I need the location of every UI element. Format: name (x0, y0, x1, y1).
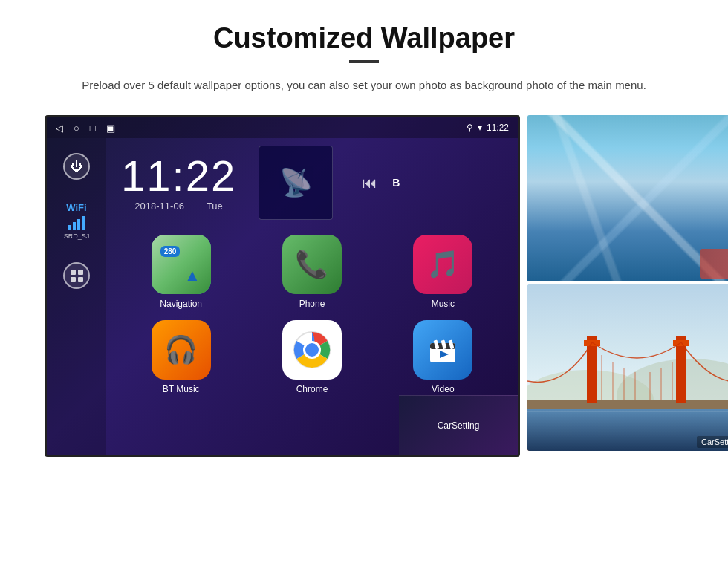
page-title: Customized Wallpaper (45, 22, 683, 54)
svg-rect-21 (587, 336, 597, 403)
apps-button[interactable] (63, 262, 90, 289)
clock-display: 11:22 2018-11-06 Tue (121, 154, 236, 212)
back-icon[interactable]: ◁ (56, 123, 63, 134)
app-item-phone[interactable]: 📞 Phone (252, 235, 371, 309)
ice-cracks (527, 115, 728, 282)
apps-dot (71, 277, 76, 282)
video-clapper-svg (424, 331, 461, 368)
status-right: ⚲ ▾ 11:22 (467, 123, 509, 133)
sidebar: ⏻ WiFi SRD_SJ (47, 138, 106, 455)
clock-date: 2018-11-06 Tue (121, 201, 236, 212)
phone-label: Phone (299, 299, 325, 309)
android-screen: ◁ ○ □ ▣ ⚲ ▾ 11:22 ⏻ WiFi (45, 115, 520, 457)
bridge-svg (527, 284, 728, 451)
wifi-icon: ▾ (478, 123, 482, 133)
clock-time: 11:22 (121, 154, 236, 198)
wifi-bar-2 (73, 222, 76, 230)
screenshot-icon: ▣ (106, 123, 115, 134)
recent-icon[interactable]: □ (90, 123, 96, 134)
wifi-bar-1 (68, 225, 71, 230)
app-item-music[interactable]: 🎵 Music (383, 235, 503, 309)
home-icon[interactable]: ○ (74, 123, 79, 134)
status-left: ◁ ○ □ ▣ (56, 123, 115, 134)
carsetting-overlay-label: CarSetting (697, 436, 728, 448)
wallpaper-panels: CarSetting (527, 115, 728, 451)
wifi-label: WiFi (64, 202, 90, 213)
bt-music-label: BT Music (163, 384, 200, 394)
date-text: 2018-11-06 (134, 201, 184, 212)
svg-rect-23 (676, 336, 686, 403)
app-item-chrome[interactable]: Chrome (252, 320, 371, 394)
status-time: 11:22 (487, 123, 509, 133)
page-wrapper: Customized Wallpaper Preload over 5 defa… (0, 0, 728, 472)
music-app-icon: 🎵 (413, 235, 472, 294)
app-item-navigation[interactable]: 280 ▲ Navigation (121, 235, 241, 309)
svg-rect-18 (527, 411, 728, 412)
page-subtitle: Preload over 5 default wallpaper options… (45, 77, 683, 94)
wifi-bars (64, 216, 90, 230)
nav-pin-icon: ▲ (184, 266, 201, 285)
wifi-bar-3 (77, 219, 80, 230)
media-controls: ⏮ B (363, 175, 400, 192)
video-label: Video (432, 384, 454, 394)
wallpaper-panel-ice[interactable] (527, 115, 728, 282)
apps-grid-icon (68, 267, 86, 285)
status-bar: ◁ ○ □ ▣ ⚲ ▾ 11:22 (47, 117, 518, 138)
navigation-label: Navigation (160, 299, 202, 309)
bt-music-app-icon: 🎧 (152, 320, 211, 380)
prev-track-icon[interactable]: ⏮ (363, 175, 377, 192)
app-item-bt-music[interactable]: 🎧 BT Music (121, 320, 241, 394)
svg-rect-19 (527, 417, 728, 417)
nav-road-badge: 280 (160, 246, 181, 257)
wallpaper-panel-bridge[interactable]: CarSetting (527, 284, 728, 451)
apps-dot (78, 270, 83, 275)
carsetting-area[interactable]: CarSetting (399, 395, 518, 455)
chrome-svg (291, 329, 333, 371)
media-widget[interactable]: 📡 (259, 146, 333, 220)
navigation-app-icon: 280 ▲ (152, 235, 211, 294)
location-icon: ⚲ (467, 123, 473, 133)
wifi-widget[interactable]: WiFi SRD_SJ (64, 202, 90, 240)
svg-rect-20 (527, 400, 728, 409)
wifi-bar-4 (82, 216, 85, 230)
day-text: Tue (207, 201, 223, 212)
app-item-video[interactable]: Video (383, 320, 503, 394)
device-wrapper: ◁ ○ □ ▣ ⚲ ▾ 11:22 ⏻ WiFi (45, 115, 683, 457)
music-label: Music (432, 299, 455, 309)
bluetooth-label: B (392, 177, 400, 189)
apps-dot (71, 270, 76, 275)
chrome-label: Chrome (296, 384, 328, 394)
phone-app-icon: 📞 (282, 235, 342, 294)
clock-section: 11:22 2018-11-06 Tue 📡 ⏮ B (121, 146, 503, 220)
title-divider (349, 60, 379, 63)
svg-point-3 (305, 343, 319, 357)
apps-dot (78, 277, 83, 282)
carsetting-label: CarSetting (438, 420, 480, 431)
media-broadcast-icon: 📡 (279, 167, 313, 198)
wifi-network: SRD_SJ (64, 232, 90, 240)
power-button[interactable]: ⏻ (63, 153, 90, 180)
video-app-icon (413, 320, 472, 380)
app-grid: 280 ▲ Navigation 📞 Phone (121, 235, 503, 394)
chrome-app-icon (282, 320, 342, 380)
